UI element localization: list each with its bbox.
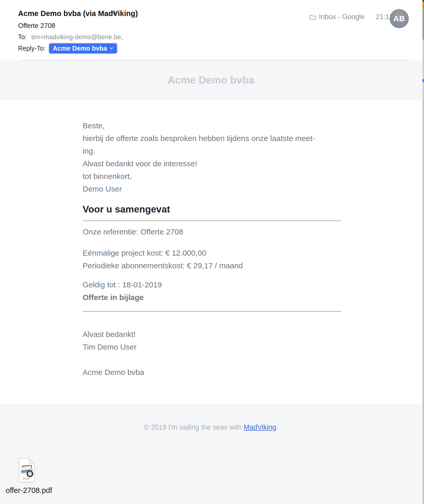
attachment-note: Offerte in bijlage <box>83 293 144 302</box>
folder-icon <box>309 14 316 20</box>
replyto-row: Reply-To: Acme Demo bvba <box>18 43 117 53</box>
replyto-address-pill[interactable]: Acme Demo bvba <box>49 43 117 53</box>
edge-strip-gray <box>422 9 424 40</box>
to-row: To: tim+madviking-demo@bene.be, <box>18 33 123 41</box>
paperclip-icon <box>112 10 117 17</box>
summary-divider-bottom <box>83 311 341 312</box>
email-body: Beste, hierbij de offerte zoals besproke… <box>83 119 341 379</box>
avatar[interactable]: AB <box>390 9 409 28</box>
summary-heading: Voor u samengevat <box>83 203 341 216</box>
reference-line: Onze referentie: Offerte 2708 <box>83 225 341 238</box>
replyto-label: Reply-To: <box>18 45 45 52</box>
footer-band: © 2019 I'm sailing the seas with MadViki… <box>0 404 422 504</box>
edge-strip-gold <box>422 2 424 9</box>
summary-divider-top <box>83 220 341 221</box>
pdf-type-label: PDF <box>23 477 30 481</box>
subject-line: Offerte 2708 <box>18 22 55 30</box>
edge-strip-lightgray <box>422 40 424 100</box>
edge-strip-lower <box>422 100 424 504</box>
email-banner: Acme Demo bvba <box>0 60 422 100</box>
greeting-paragraph: Beste, hierbij de offerte zoals besproke… <box>83 119 341 195</box>
pdf-attachment-icon[interactable]: PDF <box>17 458 36 483</box>
cost-lines: Eénmalige project kost: € 12.000,00 Peri… <box>83 247 341 272</box>
mailbox-name: Inbox - Google <box>319 13 365 21</box>
banner-company-title: Acme Demo bvba <box>0 74 422 86</box>
edge-strip-blue-tick <box>422 79 424 82</box>
replyto-address: Acme Demo bvba <box>53 45 107 52</box>
sender-name: Acme Demo bvba (via MadViking) <box>18 9 138 18</box>
closing-paragraph: Alvast bedankt! Tim Demo User <box>83 328 341 353</box>
attachment-filename[interactable]: offer-2708.pdf <box>6 486 52 495</box>
magnifier-glyph <box>27 471 33 477</box>
chevron-down-icon <box>110 47 113 50</box>
mail-message-view: Acme Demo bvba (via MadViking) Offerte 2… <box>0 0 424 504</box>
madviking-link[interactable]: MadViking <box>244 423 276 431</box>
copyright-prefix: © 2019 I'm sailing the seas with <box>144 423 244 431</box>
copyright-line: © 2019 I'm sailing the seas with MadViki… <box>0 423 422 431</box>
signature-company: Acme Demo bvba <box>83 366 341 379</box>
to-label: To: <box>18 33 27 41</box>
valid-until-line: Geldig tot : 18-01-2019 <box>83 280 162 289</box>
to-address: tim+madviking-demo@bene.be, <box>31 33 123 41</box>
mailbox-meta: Inbox - Google 21:12 <box>309 13 393 21</box>
validity-block: Geldig tot : 18-01-2019Offerte in bijlag… <box>83 278 341 304</box>
avatar-initials: AB <box>393 14 405 23</box>
copyright-suffix: . <box>276 423 278 431</box>
